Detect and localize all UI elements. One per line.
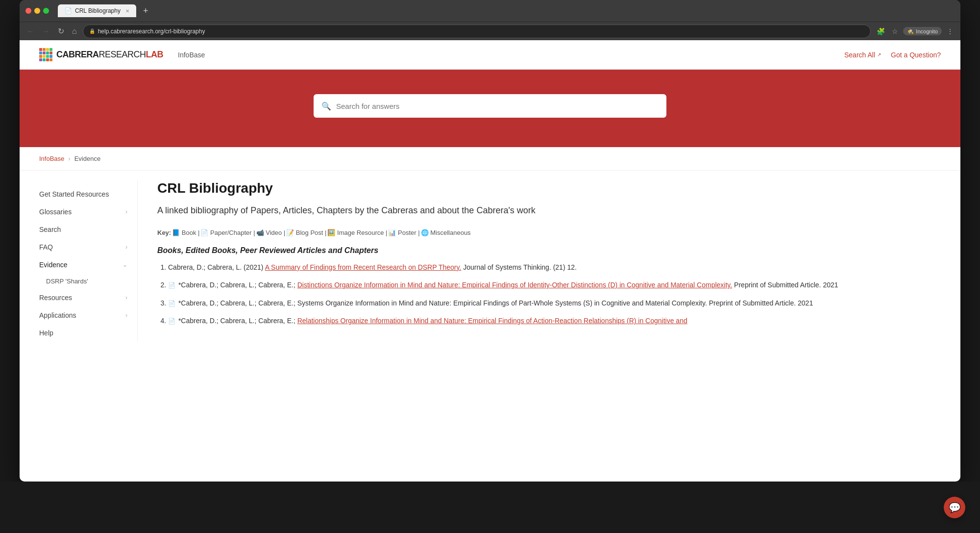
sidebar-item-applications[interactable]: Applications ›	[39, 306, 127, 324]
search-all-link[interactable]: Search All ↗	[844, 51, 881, 59]
chevron-right-icon: ›	[125, 208, 127, 215]
reload-button[interactable]: ↻	[56, 25, 66, 38]
sidebar-label-applications: Applications	[39, 311, 76, 319]
key-misc-icon: 🌐 Miscellaneous	[421, 229, 471, 236]
header-nav: InfoBase	[178, 51, 205, 59]
hero-section: 🔍	[20, 70, 960, 147]
sidebar-label-glossaries: Glossaries	[39, 208, 72, 216]
bib-1-prefix: Cabrera, D.; Cabrera, L. (2021)	[168, 263, 265, 271]
bookmark-button[interactable]: ☆	[890, 25, 900, 37]
sidebar: Get Started Resources Glossaries › Searc…	[39, 180, 137, 342]
logo-cabrera: CABRERA	[56, 50, 99, 60]
site-header: CABRERA RESEARCH LAB InfoBase Search All…	[20, 40, 960, 70]
logo-lab: LAB	[146, 50, 164, 60]
lock-icon: 🔒	[89, 28, 95, 34]
content-subtitle: A linked bibliography of Papers, Article…	[157, 204, 941, 217]
sidebar-item-help[interactable]: Help	[39, 324, 127, 342]
logo-area: CABRERA RESEARCH LAB	[39, 48, 163, 61]
sidebar-label-search: Search	[39, 226, 61, 233]
breadcrumb: InfoBase › Evidence	[39, 155, 941, 162]
back-button[interactable]: ←	[24, 25, 36, 38]
section-heading: Books, Edited Books, Peer Reviewed Artic…	[157, 246, 941, 255]
browser-actions: 🧩 ☆ 🕵️ Incognito ⋮	[875, 25, 956, 37]
tab-label: CRL Bibliography	[75, 7, 121, 14]
search-bar: 🔍	[314, 94, 666, 118]
bib-item-4: 📄 *Cabrera, D.; Cabrera, L.; Cabrera, E.…	[168, 315, 941, 326]
close-button[interactable]	[25, 8, 31, 14]
bib-1-suffix: Journal of Systems Thinking. (21) 12.	[463, 263, 577, 271]
bib-item-1: Cabrera, D.; Cabrera, L. (2021) A Summar…	[168, 262, 941, 273]
chevron-right-icon-resources: ›	[125, 294, 127, 301]
bib-2-prefix: *Cabrera, D.; Cabrera, L.; Cabrera, E.;	[178, 281, 297, 289]
chevron-down-icon: ⌄	[122, 261, 127, 268]
breadcrumb-home[interactable]: InfoBase	[39, 155, 64, 162]
minimize-button[interactable]	[34, 8, 40, 14]
bib-2-link[interactable]: Distinctions Organize Information in Min…	[297, 281, 733, 289]
bibliography-list: Cabrera, D.; Cabrera, L. (2021) A Summar…	[157, 262, 941, 327]
sidebar-item-resources[interactable]: Resources ›	[39, 289, 127, 306]
header-right: Search All ↗ Got a Question?	[844, 51, 941, 59]
bib-3-text: *Cabrera, D.; Cabrera, L.; Cabrera, E.; …	[178, 299, 813, 307]
search-icon: 🔍	[321, 102, 331, 111]
bib-3-icon: 📄	[168, 300, 175, 307]
nav-link-infobase[interactable]: InfoBase	[178, 51, 205, 59]
content-area: CRL Bibliography A linked bibliography o…	[137, 180, 941, 342]
sidebar-label-get-started: Get Started Resources	[39, 190, 109, 198]
bib-4-prefix: *Cabrera, D.; Cabrera, L.; Cabrera, E.;	[178, 317, 297, 325]
key-video-icon: 📹 Video |	[256, 229, 286, 236]
chevron-right-icon-apps: ›	[125, 312, 127, 319]
logo-grid	[39, 48, 52, 61]
forward-button[interactable]: →	[40, 25, 52, 38]
sidebar-label-evidence: Evidence	[39, 261, 68, 269]
search-all-label: Search All	[844, 51, 875, 59]
breadcrumb-bar: InfoBase › Evidence	[20, 147, 960, 171]
breadcrumb-current: Evidence	[74, 155, 100, 162]
more-button[interactable]: ⋮	[945, 25, 956, 37]
fullscreen-button[interactable]	[43, 8, 49, 14]
bib-2-suffix: Preprint of Submitted Article. 2021	[734, 281, 838, 289]
main-layout: Get Started Resources Glossaries › Searc…	[20, 171, 960, 352]
breadcrumb-separator: ›	[68, 155, 70, 162]
logo-research: RESEARCH	[99, 50, 146, 60]
bib-1-link[interactable]: A Summary of Findings from Recent Resear…	[265, 263, 462, 271]
browser-window: 📄 CRL Bibliography ✕ + ← → ↻ ⌂ 🔒 help.ca…	[20, 0, 960, 482]
sidebar-item-glossaries[interactable]: Glossaries ›	[39, 203, 127, 221]
sidebar-item-get-started[interactable]: Get Started Resources	[39, 185, 127, 203]
address-url: help.cabreraresearch.org/crl-bibliograph…	[98, 28, 205, 35]
incognito-icon: 🕵️	[907, 28, 914, 34]
got-question-link[interactable]: Got a Question?	[891, 51, 941, 59]
sidebar-sub-item-dsrp[interactable]: DSRP 'Shards'	[39, 274, 127, 289]
sidebar-label-faq: FAQ	[39, 243, 53, 251]
sidebar-item-search[interactable]: Search	[39, 221, 127, 238]
tab-bar: 📄 CRL Bibliography ✕ +	[58, 4, 950, 17]
incognito-label: Incognito	[916, 28, 938, 34]
extensions-button[interactable]: 🧩	[875, 25, 887, 37]
key-line: Key: 📘 Book | 📄 Paper/Chapter | 📹 Video …	[157, 229, 941, 236]
key-book-icon: 📘 Book |	[172, 229, 199, 236]
key-blog-icon: 📝 Blog Post |	[286, 229, 326, 236]
bib-2-icon: 📄	[168, 282, 175, 289]
bib-4-link[interactable]: Relationships Organize Information in Mi…	[297, 317, 687, 325]
incognito-badge: 🕵️ Incognito	[903, 27, 942, 35]
traffic-lights	[25, 8, 49, 14]
sidebar-item-faq[interactable]: FAQ ›	[39, 238, 127, 256]
search-input[interactable]	[336, 102, 659, 110]
content-title: CRL Bibliography	[157, 180, 941, 196]
tab-close-icon[interactable]: ✕	[125, 8, 129, 14]
sidebar-item-evidence[interactable]: Evidence ⌄	[39, 256, 127, 274]
home-button[interactable]: ⌂	[70, 25, 79, 38]
page-content: CABRERA RESEARCH LAB InfoBase Search All…	[20, 40, 960, 482]
key-paper-icon: 📄 Paper/Chapter |	[200, 229, 255, 236]
browser-tab-active[interactable]: 📄 CRL Bibliography ✕	[58, 4, 136, 17]
new-tab-button[interactable]: +	[140, 6, 151, 16]
bib-item-2: 📄 *Cabrera, D.; Cabrera, L.; Cabrera, E.…	[168, 279, 941, 290]
browser-toolbar: ← → ↻ ⌂ 🔒 help.cabreraresearch.org/crl-b…	[20, 22, 960, 40]
address-bar[interactable]: 🔒 help.cabreraresearch.org/crl-bibliogra…	[83, 25, 871, 38]
browser-titlebar: 📄 CRL Bibliography ✕ +	[20, 0, 960, 22]
chevron-right-icon-faq: ›	[125, 244, 127, 251]
sidebar-sub-label-dsrp: DSRP 'Shards'	[46, 278, 88, 285]
key-label: Key:	[157, 229, 171, 236]
tab-favicon: 📄	[65, 7, 72, 14]
bib-item-3: 📄 *Cabrera, D.; Cabrera, L.; Cabrera, E.…	[168, 298, 941, 308]
sidebar-label-resources: Resources	[39, 294, 72, 302]
